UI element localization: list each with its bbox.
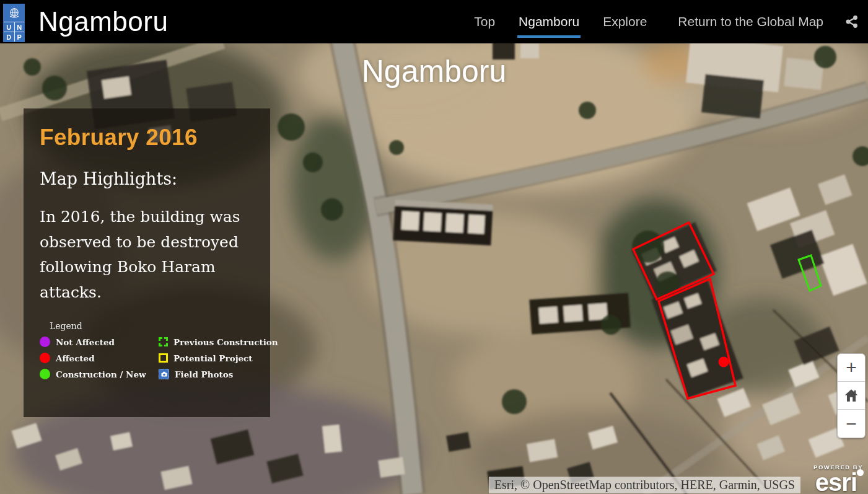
undp-letter: D	[4, 32, 14, 42]
undp-letter: U	[4, 22, 14, 32]
legend-label: Potential Project	[173, 353, 253, 363]
panel-heading: February 2016	[40, 125, 254, 151]
previous-construction-outline	[799, 255, 821, 291]
construction-new-dot-icon	[40, 369, 50, 379]
affected-building-outline-upper	[633, 223, 714, 299]
previous-construction-square-icon	[159, 337, 168, 346]
home-icon	[843, 387, 859, 404]
undp-logo[interactable]: U N D P	[3, 4, 25, 42]
affected-point[interactable]	[719, 357, 729, 368]
nav-item-ngamboru[interactable]: Ngamboru	[517, 6, 581, 38]
un-emblem-icon	[4, 4, 24, 22]
story-map-page: U N D P Ngamboru Top Ngamboru Explore Re…	[0, 0, 868, 494]
esri-globe-icon	[857, 469, 864, 476]
legend-item-construction-new: Construction / New	[40, 369, 150, 379]
map-overlay-title: Ngamboru	[0, 53, 868, 89]
zoom-out-button[interactable]: −	[838, 410, 865, 438]
legend-item-field-photos: Field Photos	[159, 369, 278, 379]
legend-label: Field Photos	[175, 369, 233, 379]
info-panel: February 2016 Map Highlights: In 2016, t…	[24, 108, 270, 417]
undp-letter: P	[14, 32, 25, 42]
esri-logo: POWERED BY esri	[813, 464, 863, 494]
legend-title: Legend	[50, 321, 254, 331]
affected-dot-icon	[40, 353, 50, 363]
affected-building-outline-lower	[659, 279, 735, 399]
panel-subheading: Map Highlights:	[40, 169, 254, 188]
header: U N D P Ngamboru Top Ngamboru Explore Re…	[0, 0, 868, 43]
zoom-in-button[interactable]: +	[838, 354, 865, 382]
legend-label: Previous Construction	[173, 337, 278, 347]
legend-label: Not Affected	[56, 337, 115, 347]
legend-item-previous-construction: Previous Construction	[159, 337, 278, 347]
panel-body-text: In 2016, the building was observed to be…	[40, 205, 254, 305]
map-attribution: Esri, © OpenStreetMap contributors, HERE…	[489, 477, 800, 493]
esri-wordmark: esri	[813, 470, 863, 494]
esri-text: esri	[815, 469, 857, 494]
legend-item-potential-project: Potential Project	[159, 353, 278, 363]
legend-item-affected: Affected	[40, 353, 150, 363]
field-photos-icon	[159, 369, 169, 379]
undp-letter: N	[14, 22, 25, 32]
undp-letters: U N D P	[4, 22, 24, 42]
app-title: Ngamboru	[38, 6, 168, 37]
legend-item-not-affected: Not Affected	[40, 337, 150, 347]
header-nav: Top Ngamboru Explore Return to the Globa…	[473, 6, 868, 38]
nav-item-explore[interactable]: Explore	[602, 6, 648, 38]
legend-label: Construction / New	[56, 369, 146, 379]
not-affected-dot-icon	[40, 337, 50, 347]
legend-label: Affected	[56, 353, 95, 363]
nav-item-top[interactable]: Top	[473, 6, 496, 38]
potential-project-square-icon	[159, 353, 168, 363]
return-to-global-map-link[interactable]: Return to the Global Map	[678, 14, 823, 29]
legend: Legend Not Affected Previous Constructio…	[40, 321, 254, 379]
home-button[interactable]	[838, 382, 865, 410]
zoom-controls: + −	[837, 353, 866, 438]
share-icon[interactable]	[844, 14, 859, 29]
